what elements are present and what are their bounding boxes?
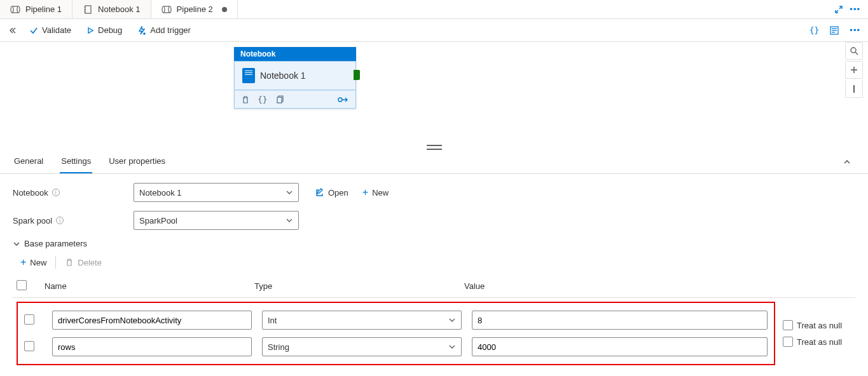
spark-pool-select[interactable]: SparkPool: [134, 211, 299, 230]
delete-param-label: Delete: [78, 258, 102, 267]
param-value-input[interactable]: [472, 337, 768, 356]
tab-settings[interactable]: Settings: [60, 150, 92, 173]
param-type-value: Int: [268, 316, 277, 325]
tab-label: Notebook 1: [98, 4, 141, 14]
col-name-header: Name: [41, 275, 251, 298]
svg-line-19: [855, 52, 858, 55]
notebook-label: Notebook: [13, 188, 48, 198]
info-icon[interactable]: i: [56, 217, 64, 224]
more-icon[interactable]: •••: [850, 4, 860, 14]
new-notebook-button[interactable]: + New: [359, 185, 392, 200]
treat-as-null-checkbox[interactable]: [783, 320, 793, 330]
row-checkbox[interactable]: [24, 341, 34, 351]
search-canvas-button[interactable]: [845, 42, 863, 60]
svg-point-9: [169, 6, 171, 13]
spark-pool-label: Spark pool: [13, 216, 52, 225]
code-icon[interactable]: {}: [258, 95, 268, 104]
success-connector[interactable]: [354, 70, 360, 80]
select-all-checkbox[interactable]: [17, 280, 27, 290]
table-row: Int St: [13, 298, 855, 370]
expand-icon[interactable]: [834, 5, 843, 14]
code-icon[interactable]: {}: [809, 25, 820, 35]
tab-pipeline-2[interactable]: Pipeline 2: [151, 0, 238, 18]
debug-button[interactable]: Debug: [84, 23, 125, 37]
pipeline-canvas[interactable]: Notebook Notebook 1 {}: [0, 42, 868, 144]
tab-general[interactable]: General: [13, 150, 45, 173]
chevron-down-icon: [448, 343, 456, 351]
notebook-select[interactable]: Notebook 1: [134, 183, 299, 202]
more-icon[interactable]: •••: [850, 25, 860, 35]
param-type-select[interactable]: Int: [262, 311, 462, 330]
canvas-float-tools: [845, 42, 863, 98]
open-label: Open: [328, 188, 348, 198]
unsaved-indicator-icon: [222, 7, 227, 12]
parameters-toolbar: + New Delete: [17, 255, 855, 270]
add-canvas-button[interactable]: [845, 61, 863, 79]
chevron-down-icon: [286, 217, 293, 224]
svg-point-1: [17, 6, 20, 13]
treat-as-null-label: Treat as null: [797, 321, 842, 330]
plus-icon: +: [20, 257, 26, 267]
plus-icon: +: [362, 187, 368, 198]
open-notebook-button[interactable]: Open: [312, 185, 352, 200]
delete-icon[interactable]: [241, 95, 250, 104]
svg-point-17: [338, 98, 342, 102]
notebook-row: Notebook i Notebook 1 Open + New: [13, 183, 855, 202]
collapse-icon[interactable]: [843, 158, 855, 166]
chevron-down-icon: [13, 240, 20, 248]
add-trigger-button[interactable]: Add trigger: [135, 23, 193, 37]
treat-as-null-label: Treat as null: [797, 337, 842, 347]
tab-label: Pipeline 1: [25, 4, 62, 14]
pipeline-icon: [10, 4, 20, 15]
pipeline-toolbar: Validate Debug Add trigger {} •••: [0, 19, 868, 42]
add-trigger-label: Add trigger: [150, 25, 191, 35]
panel-expand-icon[interactable]: [8, 26, 17, 35]
tab-label: Pipeline 2: [177, 4, 213, 14]
treat-as-null-checkbox[interactable]: [783, 337, 793, 347]
debug-label: Debug: [98, 25, 122, 35]
param-type-select[interactable]: String: [262, 337, 462, 356]
svg-point-18: [851, 48, 856, 53]
new-parameter-button[interactable]: + New: [17, 255, 50, 270]
validate-button[interactable]: Validate: [27, 23, 74, 37]
new-param-label: New: [30, 258, 46, 267]
info-icon[interactable]: i: [52, 189, 60, 196]
notebook-activity-node[interactable]: Notebook Notebook 1 {}: [234, 47, 356, 109]
activity-type-label: Notebook: [234, 47, 356, 61]
svg-rect-16: [277, 97, 282, 103]
chevron-down-icon: [286, 189, 293, 196]
settings-form: Notebook i Notebook 1 Open + New Spark p…: [0, 174, 868, 376]
validate-label: Validate: [42, 25, 71, 35]
chevron-down-icon: [448, 316, 456, 324]
editor-tabs: Pipeline 1 Notebook 1 Pipeline 2 •••: [0, 0, 868, 19]
svg-point-8: [162, 6, 165, 13]
param-type-value: String: [268, 342, 289, 352]
copy-icon[interactable]: [275, 95, 284, 104]
param-name-input[interactable]: [52, 311, 252, 330]
activity-name: Notebook 1: [260, 70, 306, 81]
pipeline-icon: [162, 4, 172, 15]
svg-rect-4: [85, 6, 91, 13]
activity-footer: {}: [234, 90, 356, 109]
output-icon[interactable]: [338, 95, 349, 104]
tab-pipeline-1[interactable]: Pipeline 1: [0, 0, 72, 18]
splitter-handle[interactable]: [0, 144, 868, 150]
tab-user-properties[interactable]: User properties: [107, 150, 167, 173]
base-parameters-label: Base parameters: [24, 239, 87, 248]
activity-details-tabs: General Settings User properties: [0, 150, 868, 174]
param-name-input[interactable]: [52, 337, 252, 356]
tab-notebook-1[interactable]: Notebook 1: [72, 0, 151, 18]
spark-pool-row: Spark pool i SparkPool: [13, 211, 855, 230]
svg-point-0: [11, 6, 13, 13]
col-type-header: Type: [251, 275, 460, 298]
parameters-table: Name Type Value: [13, 275, 855, 369]
properties-icon[interactable]: [829, 25, 839, 36]
zoom-canvas-button[interactable]: [845, 80, 863, 98]
notebook-select-value: Notebook 1: [139, 188, 182, 198]
activity-body: Notebook 1: [234, 61, 356, 90]
delete-parameter-button[interactable]: Delete: [61, 255, 106, 270]
param-value-input[interactable]: [472, 311, 768, 330]
row-checkbox[interactable]: [24, 314, 34, 325]
base-parameters-header[interactable]: Base parameters: [13, 239, 855, 248]
new-label: New: [372, 188, 389, 198]
